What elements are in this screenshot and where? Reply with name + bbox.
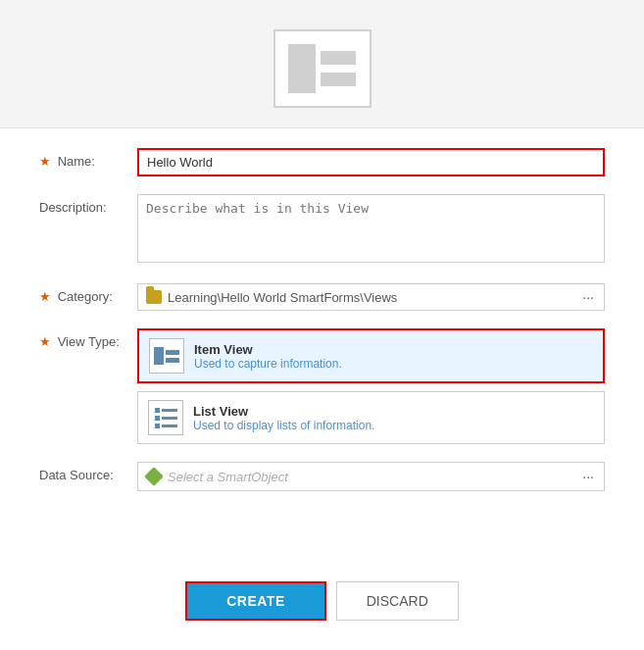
name-control — [137, 148, 605, 176]
create-button[interactable]: CREATE — [185, 581, 326, 621]
category-row: ★ Category: Learning\Hello World SmartFo… — [39, 283, 605, 311]
vt-rect-right-2 — [166, 358, 179, 363]
category-control: Learning\Hello World SmartForms\Views ··… — [137, 283, 605, 311]
category-ellipsis-button[interactable]: ··· — [580, 289, 596, 305]
data-source-row: Data Source: Select a SmartObject ··· — [39, 462, 605, 491]
icon-rect-right-1 — [321, 51, 356, 65]
view-type-item-view[interactable]: Item View Used to capture information. — [137, 328, 605, 383]
so-icon-shape — [144, 467, 164, 486]
description-control — [137, 194, 605, 266]
button-row: CREATE DISCARD — [0, 562, 644, 650]
category-value-text: Learning\Hello World SmartForms\Views — [168, 290, 580, 305]
list-view-icon — [148, 400, 183, 435]
name-label: ★ Name: — [39, 148, 137, 169]
view-type-options: Item View Used to capture information. — [137, 328, 605, 444]
icon-inner — [288, 44, 356, 93]
list-view-title: List View — [193, 404, 374, 419]
vt-list-bar-1 — [162, 409, 177, 412]
name-required-star: ★ — [39, 154, 51, 169]
smartobject-icon — [146, 469, 162, 484]
data-source-placeholder-text: Select a SmartObject — [168, 470, 580, 484]
category-label: ★ Category: — [39, 283, 137, 304]
vt-list-line-1 — [155, 408, 177, 413]
icon-rect-right-2 — [321, 73, 356, 86]
data-source-control: Select a SmartObject ··· — [137, 462, 605, 491]
vt-list-lines — [155, 408, 177, 428]
description-textarea[interactable] — [137, 194, 605, 263]
vt-list-sq-2 — [155, 416, 160, 421]
data-source-label: Data Source: — [39, 462, 137, 482]
list-view-desc: Used to display lists of information. — [193, 419, 374, 432]
page-container: ★ Name: Description: ★ Category: L — [0, 0, 644, 650]
view-type-label: ★ View Type: — [39, 328, 137, 349]
category-label-text: Category: — [58, 289, 113, 304]
vt-list-line-3 — [155, 424, 177, 428]
item-view-desc: Used to capture information. — [194, 357, 342, 371]
vt-rect-right-1 — [166, 350, 179, 355]
data-source-field[interactable]: Select a SmartObject ··· — [137, 462, 605, 491]
name-label-text: Name: — [58, 154, 95, 169]
vt-rects-right — [166, 350, 179, 363]
view-type-required-star: ★ — [39, 334, 51, 349]
vt-list-line-2 — [155, 416, 177, 421]
view-type-label-text: View Type: — [58, 334, 120, 349]
form-area: ★ Name: Description: ★ Category: L — [0, 128, 644, 562]
vt-list-bar-2 — [162, 417, 177, 420]
header-icon-area — [0, 0, 644, 128]
vt-list-bar-3 — [162, 425, 177, 427]
item-view-info: Item View Used to capture information. — [194, 342, 342, 371]
description-label: Description: — [39, 194, 137, 215]
item-view-icon — [149, 338, 184, 374]
view-type-list-view[interactable]: List View Used to display lists of infor… — [137, 391, 605, 444]
name-row: ★ Name: — [39, 148, 605, 176]
data-source-ellipsis-button[interactable]: ··· — [580, 469, 596, 484]
view-type-row: ★ View Type: — [39, 328, 605, 444]
view-type-control: Item View Used to capture information. — [137, 328, 605, 444]
discard-button[interactable]: DISCARD — [336, 581, 459, 621]
category-field[interactable]: Learning\Hello World SmartForms\Views ··… — [137, 283, 605, 311]
view-template-icon — [273, 29, 372, 108]
item-view-title: Item View — [194, 342, 342, 357]
icon-rect-left — [288, 44, 316, 93]
icon-rects-right — [321, 51, 356, 86]
category-required-star: ★ — [39, 289, 51, 304]
folder-icon — [146, 290, 162, 304]
vt-icon-inner — [154, 347, 179, 365]
description-row: Description: — [39, 194, 605, 266]
vt-list-sq-1 — [155, 408, 160, 413]
name-input[interactable] — [137, 148, 605, 176]
list-view-info: List View Used to display lists of infor… — [193, 404, 374, 432]
vt-list-sq-3 — [155, 424, 160, 428]
vt-rect-left — [154, 347, 164, 365]
